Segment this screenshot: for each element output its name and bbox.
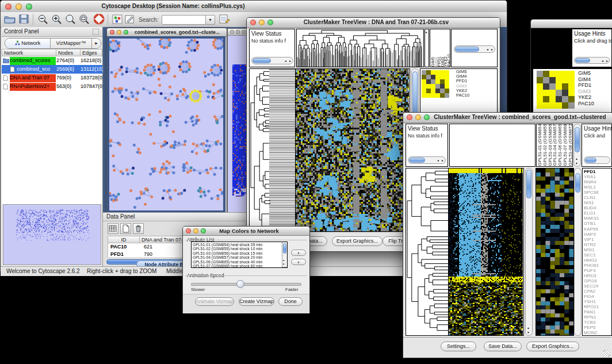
treeview2-title-bar[interactable]: ClusterMaker TreeView : combined_scores_… (403, 113, 612, 123)
matrix-cell[interactable] (568, 83, 575, 90)
view-status-scrollbar[interactable]: ◂▸ (408, 156, 446, 164)
search-dropdown-button[interactable]: ▼ (205, 15, 215, 25)
network-list-row[interactable]: combined_sco2569(6)13112(15) (2, 65, 102, 74)
matrix-cell[interactable] (445, 75, 449, 79)
maximize-button[interactable] (242, 30, 246, 34)
matrix-cell[interactable] (543, 83, 549, 90)
matrix-cell[interactable] (537, 90, 543, 96)
attribute-list-scrollbar[interactable]: ▴▾ (282, 242, 287, 267)
view-status-scrollbar[interactable]: ◂▸ (251, 57, 293, 64)
matrix-cell[interactable] (549, 90, 556, 96)
zoom-vertical-scrollbar[interactable] (574, 168, 582, 336)
zoom-matrix[interactable] (537, 71, 575, 109)
matrix-cell[interactable] (435, 79, 440, 84)
matrix-cell[interactable] (440, 75, 445, 79)
tab-network[interactable]: Network (5, 39, 51, 48)
matrix-cell[interactable] (440, 89, 445, 93)
matrix-cell[interactable] (556, 77, 562, 83)
matrix-cell[interactable] (556, 90, 562, 96)
matrix-cell[interactable] (445, 79, 449, 84)
matrix-cell[interactable] (435, 75, 440, 79)
matrix-cell[interactable] (431, 79, 435, 84)
button-done[interactable]: Done (278, 297, 303, 306)
matrix-cell[interactable] (422, 93, 426, 98)
matrix-cell[interactable] (549, 96, 556, 102)
matrix-cell[interactable] (543, 71, 549, 77)
matrix-cell[interactable] (435, 89, 440, 93)
close-button[interactable] (250, 20, 256, 25)
matrix-cell[interactable] (440, 84, 445, 89)
close-button[interactable] (110, 30, 114, 35)
matrix-cell[interactable] (445, 84, 449, 89)
matrix-cell[interactable] (556, 83, 562, 90)
array-labels-scrollbar[interactable]: ▴▾ (573, 124, 581, 167)
zoom-out-icon[interactable] (37, 14, 48, 27)
matrix-cell[interactable] (426, 70, 431, 75)
matrix-cell[interactable] (422, 70, 426, 75)
minimize-button[interactable] (236, 30, 240, 34)
button-export-graphics[interactable]: Export Graphics... (526, 342, 579, 351)
minimize-button[interactable] (193, 228, 198, 233)
data-column-id[interactable]: ID (108, 236, 140, 243)
matrix-cell[interactable] (537, 71, 543, 77)
maximize-button[interactable] (267, 20, 273, 25)
matrix-cell[interactable] (426, 84, 431, 89)
matrix-cell[interactable] (549, 102, 556, 109)
matrix-cell[interactable] (440, 93, 445, 98)
attribute-list-item[interactable]: GPL51-06 (GSM865) heat shock 40 min (193, 260, 287, 264)
matrix-cell[interactable] (562, 77, 568, 83)
zoom-view-panel[interactable]: GIM5GIM4PFD1GIM3YKE2PAC10 (533, 68, 612, 113)
matrix-cell[interactable] (422, 84, 426, 89)
matrix-cell[interactable] (435, 84, 440, 89)
close-button[interactable] (186, 228, 191, 233)
network-view-title-bar[interactable]: combined_scores_good.txt--cluste... (107, 28, 227, 37)
matrix-cell[interactable] (422, 89, 426, 93)
maximize-button[interactable] (26, 3, 32, 10)
matrix-cell[interactable] (568, 90, 575, 96)
global-heatmap-panel[interactable] (449, 168, 524, 336)
button-create-vizmap[interactable]: Create Vizmap (239, 297, 274, 306)
attribute-list-item[interactable]: GPL51-01 (GSM854) heat shock 05 min (193, 243, 287, 247)
global-heatmap-panel[interactable] (296, 68, 410, 232)
gene-tree-panel[interactable] (249, 68, 296, 232)
matrix-cell[interactable] (445, 70, 449, 75)
maximize-button[interactable] (424, 114, 430, 120)
network-list-row[interactable]: RNAPuberNov2+563(0)107847(0) (2, 82, 102, 91)
matrix-cell[interactable] (422, 79, 426, 84)
network-graph-canvas[interactable] (109, 39, 223, 210)
gene-tree-panel[interactable] (406, 168, 449, 336)
matrix-cell[interactable] (435, 70, 440, 75)
tree-anchor-strip[interactable]: ▸ (424, 29, 429, 67)
matrix-cell[interactable] (431, 89, 435, 93)
tab-vizmapper[interactable]: VizMapper™ (51, 39, 92, 48)
matrix-cell[interactable] (549, 71, 556, 77)
matrix-cell[interactable] (562, 102, 568, 109)
button-export-graphics[interactable]: Export Graphics... (332, 236, 382, 246)
filter-edit-icon[interactable] (219, 14, 230, 26)
open-folder-icon[interactable] (4, 14, 16, 26)
trash-icon[interactable] (133, 223, 144, 234)
minimize-button[interactable] (117, 30, 121, 35)
new-document-icon[interactable] (120, 223, 131, 234)
matrix-cell[interactable] (543, 77, 549, 83)
matrix-cell[interactable] (568, 77, 575, 83)
usage-hints-scrollbar[interactable] (584, 156, 610, 164)
animation-speed-slider-thumb[interactable] (236, 280, 244, 288)
matrix-cell[interactable] (422, 75, 426, 79)
attribute-list-item[interactable]: GPL51-07 (GSM868) heat shock 60 min (193, 264, 287, 268)
matrix-cell[interactable] (543, 96, 549, 102)
matrix-cell[interactable] (562, 83, 568, 90)
close-button[interactable] (5, 3, 12, 10)
matrix-cell[interactable] (556, 96, 562, 102)
move-down-button[interactable]: ∨ (291, 259, 306, 265)
maximize-button[interactable] (124, 30, 128, 35)
save-icon[interactable] (19, 14, 29, 26)
minimize-button[interactable] (259, 20, 265, 25)
minimize-button[interactable] (415, 114, 421, 120)
float-panel-icon[interactable] (93, 29, 99, 35)
resize-grip[interactable] (603, 350, 610, 357)
move-up-button[interactable]: ∧ (291, 250, 306, 256)
zoom-fit-icon[interactable] (65, 14, 76, 27)
matrix-cell[interactable] (440, 79, 445, 84)
adjacency-matrix-canvas[interactable] (232, 64, 247, 197)
